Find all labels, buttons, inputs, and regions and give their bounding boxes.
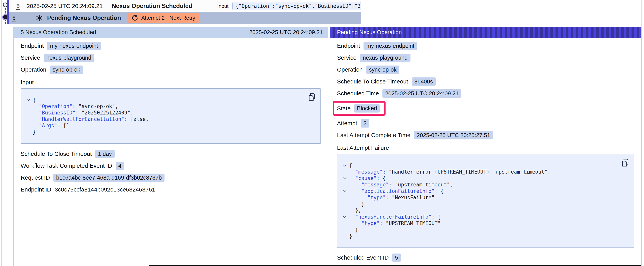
- field-endpoint: Endpoint my-nexus-endpoint: [21, 42, 321, 50]
- event-timestamp: 2025-02-25 UTC 20:24:09.21: [27, 3, 103, 9]
- panel-nexus-operation-scheduled: 5 Nexus Operation Scheduled 2025-02-25 U…: [13, 27, 328, 266]
- field-label: Schedule To Close Timeout: [21, 151, 92, 157]
- event-input-preview[interactable]: {"Operation":"sync-op-ok","BusinessID":"…: [232, 2, 361, 10]
- chevron-down-icon[interactable]: [340, 177, 349, 180]
- code-text: },: [349, 207, 361, 213]
- code-text: }: [33, 129, 36, 135]
- code-line: "Args": []: [24, 122, 314, 129]
- code-text: "Args": []: [33, 123, 70, 129]
- field-value-badge: 4: [116, 162, 124, 170]
- field-scheduled-time: Scheduled Time 2025-02-25 UTC 20:24:09.2…: [337, 89, 634, 98]
- field-scheduled-event-id: Scheduled Event ID 5: [337, 253, 634, 262]
- code-line: "type": "UPSTREAM_TIMEOUT": [340, 220, 628, 226]
- code-text: }: [349, 227, 358, 233]
- code-text: "message": "upstream timeout",: [349, 182, 453, 188]
- field-schedule-to-close-timeout: Schedule To Close Timeout 86400s: [337, 77, 634, 86]
- field-value-badge: 5: [392, 253, 401, 262]
- field-last-attempt-complete-time: Last Attempt Complete Time 2025-02-25 UT…: [337, 131, 634, 139]
- code-line: "nexusHandlerFailureInfo": {: [340, 213, 628, 220]
- retry-badge-label: Attempt 2 · Next Retry: [141, 15, 195, 21]
- code-line: "cause": {: [340, 175, 628, 181]
- input-section-label: Input: [21, 79, 321, 86]
- endpoint-id-link[interactable]: 3c0c75ccfa8144b092c13ce632463761: [55, 186, 155, 193]
- chevron-down-icon[interactable]: [24, 98, 33, 101]
- event-title: Nexus Operation Scheduled: [112, 3, 192, 10]
- copy-icon[interactable]: [621, 158, 630, 167]
- code-line: {: [340, 162, 628, 168]
- code-text: "message": "handler error (UPSTREAM_TIME…: [349, 169, 550, 175]
- field-request-id: Request ID b1c6a4bc-8ee7-468a-9169-df3b0…: [21, 173, 321, 182]
- field-label: Workflow Task Completed Event ID: [21, 162, 112, 169]
- code-line: {: [24, 97, 314, 103]
- field-label: Schedule To Close Timeout: [337, 78, 408, 85]
- field-label: Scheduled Time: [337, 90, 379, 97]
- field-attempt: Attempt 2: [337, 119, 634, 128]
- event-history-rows: 5 2025-02-25 UTC 20:24:09.21 Nexus Opera…: [9, 1, 361, 24]
- field-value-badge: 2025-02-25 UTC 20:25:27.51: [414, 131, 493, 139]
- right-panel-title: Pending Nexus Operation: [337, 29, 402, 36]
- code-line: }: [24, 129, 314, 135]
- field-value-badge: sync-op-ok: [366, 66, 400, 74]
- state-highlight-box: State Blocked: [333, 101, 386, 116]
- failure-json-viewer: { "message": "handler error (UPSTREAM_TI…: [337, 154, 634, 248]
- event-group-row-pending-nexus-operation[interactable]: 5 Pending Nexus Operation Attempt 2 · Ne…: [9, 12, 361, 24]
- field-value-badge: my-nexus-endpoint: [47, 42, 101, 50]
- event-row-nexus-operation-scheduled[interactable]: 5 2025-02-25 UTC 20:24:09.21 Nexus Opera…: [9, 1, 361, 12]
- field-service: Service nexus-playground: [337, 54, 634, 62]
- field-value-badge: sync-op-ok: [50, 66, 83, 74]
- left-panel-timestamp: 2025-02-25 UTC 20:24:09.21: [249, 29, 323, 36]
- state-value-badge: Blocked: [354, 104, 380, 113]
- event-detail-panels: 5 Nexus Operation Scheduled 2025-02-25 U…: [13, 27, 642, 266]
- timeline-open-circle-icon[interactable]: [3, 3, 8, 7]
- field-endpoint-id: Endpoint ID 3c0c75ccfa8144b092c13ce63246…: [21, 185, 321, 194]
- field-label: Operation: [337, 66, 363, 73]
- code-text: }: [349, 201, 364, 207]
- chevron-down-icon[interactable]: [340, 215, 349, 218]
- field-label: Endpoint: [21, 43, 44, 49]
- code-line: "Operation": "sync-op-ok",: [24, 103, 314, 109]
- panel-pending-nexus-operation: Pending Nexus Operation Endpoint my-nexu…: [330, 27, 642, 266]
- retry-status-badge: Attempt 2 · Next Retry: [128, 13, 199, 23]
- code-text: "nexusHandlerFailureInfo": {: [349, 214, 441, 220]
- code-text: "cause": {: [349, 175, 386, 181]
- last-attempt-failure-label: Last Attempt Failure: [337, 144, 634, 151]
- event-id-link[interactable]: 5: [16, 3, 20, 9]
- code-text: "applicationFailureInfo": {: [349, 188, 444, 194]
- event-group-id-link[interactable]: 5: [12, 15, 16, 21]
- field-endpoint: Endpoint my-nexus-endpoint: [337, 42, 634, 50]
- field-operation: Operation sync-op-ok: [337, 65, 634, 74]
- chevron-down-icon[interactable]: [340, 190, 349, 193]
- field-label: Service: [337, 54, 356, 61]
- event-group-title: Pending Nexus Operation: [47, 15, 121, 22]
- field-operation: Operation sync-op-ok: [21, 65, 321, 74]
- code-text: }: [349, 233, 352, 239]
- code-line: },: [340, 207, 628, 213]
- field-label: Service: [21, 54, 40, 61]
- field-value-badge: 2025-02-25 UTC 20:24:09.21: [382, 89, 461, 98]
- field-value-badge: 2: [360, 119, 369, 128]
- right-panel-header: Pending Nexus Operation: [330, 27, 641, 38]
- code-line: }: [340, 233, 628, 239]
- code-line: "message": "upstream timeout",: [340, 181, 628, 188]
- code-text: {: [349, 162, 352, 168]
- field-label: Attempt: [337, 120, 357, 127]
- copy-icon[interactable]: [308, 93, 316, 102]
- code-text: "type": "UPSTREAM_TIMEOUT": [349, 220, 441, 226]
- retry-icon: [132, 15, 138, 21]
- event-input-label: Input: [217, 3, 228, 9]
- field-service: Service nexus-playground: [21, 54, 321, 62]
- bottom-divider: [149, 265, 641, 266]
- timeline-filled-circle-icon[interactable]: [3, 15, 8, 19]
- left-panel-header: 5 Nexus Operation Scheduled 2025-02-25 U…: [14, 27, 328, 38]
- field-value-badge: nexus-playground: [360, 54, 410, 62]
- vertical-scrollbar[interactable]: [642, 1, 644, 266]
- code-text: "type": "NexusFailure": [349, 195, 434, 200]
- selected-event-indicator-bar: [8, 1, 9, 24]
- asterisk-icon: [36, 15, 43, 22]
- code-text: "Operation": "sync-op-ok",: [33, 103, 118, 109]
- chevron-down-icon[interactable]: [340, 164, 349, 167]
- code-line: "applicationFailureInfo": {: [340, 188, 628, 194]
- field-label: Endpoint: [337, 43, 360, 49]
- code-text: "HandlerWaitForCancellation": false,: [33, 116, 149, 122]
- code-line: "BusinessID": "20250225122409",: [24, 109, 314, 116]
